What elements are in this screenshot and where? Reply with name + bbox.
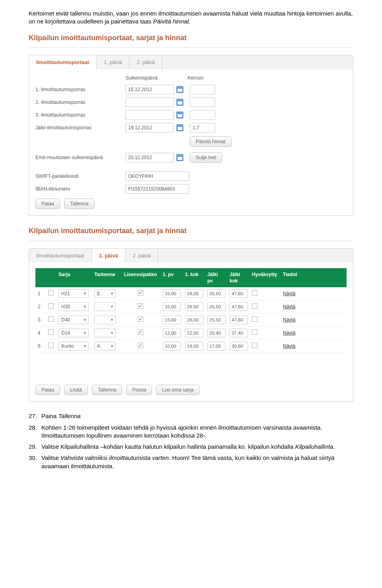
swift-input[interactable]: OKOYFIHH xyxy=(125,171,189,181)
pv1-input[interactable]: 15,00 xyxy=(163,302,181,311)
iban-input[interactable]: FI1557211520084803 xyxy=(125,184,189,194)
step-29: 29. Valitse Kilpailuhallinta –kohdan kau… xyxy=(29,443,353,451)
hyvaksytty-checkbox[interactable] xyxy=(252,316,257,322)
hyvaksytty-checkbox[interactable] xyxy=(252,303,257,309)
hyvaksytty-checkbox[interactable] xyxy=(252,329,257,335)
sarja-select[interactable]: H21▼ xyxy=(58,289,89,298)
tarkenne-select[interactable]: ▼ xyxy=(94,329,116,337)
table-row: 1H21▼E▼15,0028,0025,5047,60Näytä xyxy=(35,287,347,300)
chevron-down-icon: ▼ xyxy=(83,317,87,322)
instruction-steps: 27. Paina Tallenna 28. Kohtien 1-26 toim… xyxy=(29,412,353,470)
porras-1-date[interactable]: 15.12.2012 xyxy=(125,85,174,94)
nayta-link[interactable]: Näytä xyxy=(283,343,295,349)
nayta-link[interactable]: Näytä xyxy=(283,291,295,296)
lisenssi-checkbox[interactable] xyxy=(138,290,143,296)
tab-paiva-1-b[interactable]: 1. päivä xyxy=(92,249,126,263)
header-kerroin: Kerroin xyxy=(187,75,235,82)
nayta-link[interactable]: Näytä xyxy=(283,304,295,310)
row-select-checkbox[interactable] xyxy=(48,290,54,296)
porras-2-date[interactable] xyxy=(125,97,174,107)
lisenssi-checkbox[interactable] xyxy=(138,329,143,335)
tarkenne-select[interactable]: ▼ xyxy=(94,315,116,324)
pv1-input[interactable]: 15,00 xyxy=(163,289,181,298)
porras-3-date[interactable] xyxy=(125,110,174,120)
lisenssi-checkbox[interactable] xyxy=(138,343,143,348)
row-select-checkbox[interactable] xyxy=(48,343,54,348)
tarkenne-select[interactable]: A▼ xyxy=(94,342,116,350)
step-29-a: Valitse Kilpailuhallinta –kohdan kautta … xyxy=(41,443,295,450)
section-title-1: Kilpailun imoittautumisportaat, sarjat j… xyxy=(29,33,353,43)
jpv-input[interactable]: 20,40 xyxy=(207,329,226,337)
calendar-icon[interactable] xyxy=(176,86,183,93)
back-button[interactable]: Palaa xyxy=(35,199,60,209)
jkok-input[interactable]: 47,60 xyxy=(230,289,248,298)
jkok-input[interactable]: 30,60 xyxy=(230,342,248,350)
tab-ilmoittautumisportaat[interactable]: Ilmoittautumisportaat xyxy=(29,55,97,70)
tab-ilmoittautumisportaat-2[interactable]: Ilmoittautumisportaat xyxy=(29,249,92,263)
emit-date[interactable]: 20.12.2012 xyxy=(125,153,174,162)
porras-3-label: 3. ilmoittautumisporras xyxy=(35,112,125,119)
delete-button[interactable]: Poista xyxy=(126,385,152,395)
tab-paiva-2-b[interactable]: 2. päivä xyxy=(125,249,158,263)
save-button[interactable]: Tallenna xyxy=(64,199,95,209)
calendar-icon[interactable] xyxy=(176,124,183,131)
sarja-select[interactable]: D14▼ xyxy=(58,329,89,337)
table-row: 3D40▼▼15,0028,0025,5047,60Näytä xyxy=(35,313,347,327)
sarja-select[interactable]: Kunto▼ xyxy=(58,342,89,350)
jpv-input[interactable]: 25,50 xyxy=(207,315,226,324)
lisenssi-checkbox[interactable] xyxy=(138,303,143,309)
tab-paiva-1[interactable]: 1. päivä xyxy=(97,55,130,70)
nayta-link[interactable]: Näytä xyxy=(283,330,295,336)
tarkenne-select[interactable]: ▼ xyxy=(94,302,116,311)
pv1-input[interactable]: 12,00 xyxy=(163,329,181,337)
update-prices-button[interactable]: Päivitä hinnat xyxy=(190,136,232,147)
chevron-down-icon: ▼ xyxy=(110,331,114,335)
add-button[interactable]: Lisää xyxy=(64,385,88,395)
swift-label: SWIFT-pankkikoodi xyxy=(35,173,125,180)
jpv-input[interactable]: 25,50 xyxy=(207,302,226,311)
porras-3-kerroin[interactable] xyxy=(190,110,215,120)
row-select-checkbox[interactable] xyxy=(48,303,54,309)
kok1-input[interactable]: 18,00 xyxy=(185,342,203,350)
kok1-input[interactable]: 28,00 xyxy=(185,302,203,311)
th-jpv: Jälki pv xyxy=(205,268,227,287)
calendar-icon[interactable] xyxy=(176,111,183,119)
porras-2-kerroin[interactable] xyxy=(190,97,215,107)
tabs-2: Ilmoittautumisportaat 1. päivä 2. päivä xyxy=(29,248,353,263)
tarkenne-select[interactable]: E▼ xyxy=(94,289,116,298)
pv1-input[interactable]: 15,00 xyxy=(163,315,181,324)
hyvaksytty-checkbox[interactable] xyxy=(252,343,257,348)
porras-row-2: 2. ilmoittautumisporras xyxy=(35,97,347,107)
back-button-2[interactable]: Palaa xyxy=(35,385,60,395)
pv1-input[interactable]: 10,00 xyxy=(163,342,181,350)
create-own-series-button[interactable]: Luo oma sarja xyxy=(156,385,199,395)
table-row: 5Kunto▼A▼10,0018,0017,0030,60Näytä xyxy=(35,340,347,353)
save-button-2[interactable]: Tallenna xyxy=(92,385,123,395)
porras-1-kerroin[interactable] xyxy=(190,85,215,94)
kok1-input[interactable]: 22,00 xyxy=(185,329,203,337)
series-table: Sarja Tarkenne Lisenssipakko 1. pv 1. ko… xyxy=(35,268,347,353)
nayta-link[interactable]: Näytä xyxy=(283,317,295,323)
calendar-icon[interactable] xyxy=(176,99,183,106)
lisenssi-checkbox[interactable] xyxy=(138,316,143,322)
sarja-select[interactable]: H35▼ xyxy=(58,302,89,311)
row-select-checkbox[interactable] xyxy=(48,316,54,322)
tab-paiva-2[interactable]: 2. päivä xyxy=(129,55,162,70)
jkok-input[interactable]: 47,60 xyxy=(230,302,248,311)
jpv-input[interactable]: 25,50 xyxy=(207,289,226,298)
kok1-input[interactable]: 28,00 xyxy=(185,289,203,298)
step-29-italic: Kilpailuhallinta xyxy=(295,443,333,450)
calendar-icon[interactable] xyxy=(176,154,183,161)
step-number: 28. xyxy=(29,424,41,440)
jpv-input[interactable]: 17,00 xyxy=(207,342,226,350)
row-select-checkbox[interactable] xyxy=(48,329,54,335)
jkok-input[interactable]: 37,40 xyxy=(230,329,248,337)
porras-4-date[interactable]: 19.12.2012 xyxy=(125,123,174,132)
sarja-select[interactable]: D40▼ xyxy=(58,315,89,324)
hyvaksytty-checkbox[interactable] xyxy=(252,290,257,296)
kok1-input[interactable]: 28,00 xyxy=(185,315,203,324)
jkok-input[interactable]: 47,60 xyxy=(230,315,248,324)
chevron-down-icon: ▼ xyxy=(110,291,114,296)
porras-4-kerroin[interactable]: 1,7 xyxy=(190,123,215,132)
close-now-button[interactable]: Sulje heti xyxy=(190,152,222,163)
